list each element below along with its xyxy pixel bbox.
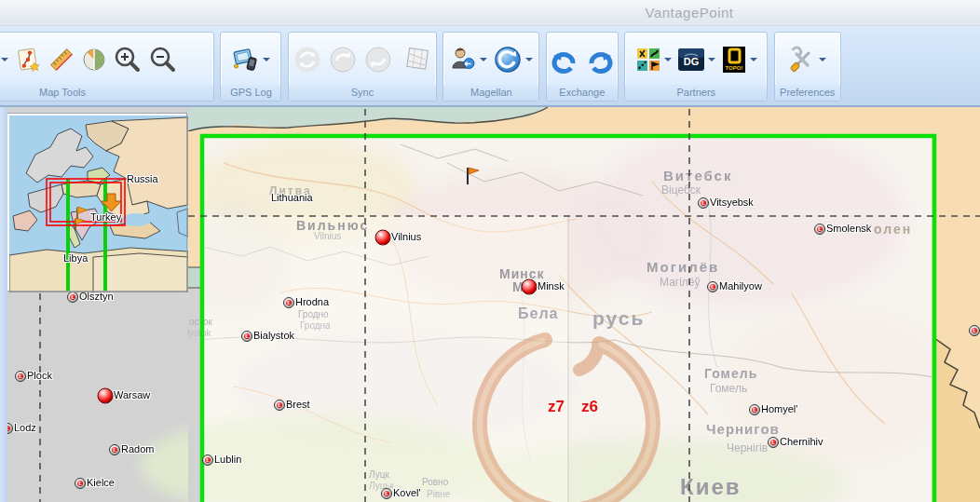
group-label-partners: Partners: [625, 85, 767, 101]
marker-label: Radom: [121, 444, 154, 455]
zoom-out-button[interactable]: [145, 39, 181, 80]
area-tool-button[interactable]: [78, 39, 110, 80]
magellan-refresh-button[interactable]: [490, 39, 536, 80]
marker-ball-icon: [98, 388, 114, 404]
partner-geocaching-button[interactable]: [633, 39, 674, 80]
marker-ball-icon: L: [749, 404, 760, 415]
marker-label: Plock: [27, 371, 52, 381]
titlebar: VantagePoint: [0, 0, 980, 26]
sync-upload-icon: [328, 45, 358, 75]
marker-label: Bialystok: [253, 331, 294, 341]
area-pie-icon: [81, 47, 107, 73]
caret-down-icon: [819, 58, 826, 61]
sync-map-button[interactable]: [402, 39, 435, 80]
arrow-left-curve-icon: [550, 45, 579, 75]
sync-download-icon: [363, 45, 393, 75]
marker-ball-icon: L: [109, 444, 120, 455]
overview-map-art: [9, 115, 188, 292]
partner-topo-button[interactable]: TOPO!: [718, 39, 760, 80]
toolbar-ribbon: Map Tools: [0, 26, 980, 107]
overview-map[interactable]: RussiaTurkeyLibya: [7, 114, 186, 291]
waypoint-tool-button[interactable]: [0, 39, 11, 80]
route-icon: [14, 46, 42, 74]
marker-ball-icon: L: [241, 331, 252, 342]
marker-label: Kovel': [393, 488, 421, 498]
partner-dg-button[interactable]: DG: [674, 39, 718, 80]
marker-label: Vitsyebsk: [710, 197, 754, 208]
marker-ball-icon: L: [707, 281, 718, 292]
exchange-receive-button[interactable]: [547, 39, 582, 80]
marker-label: Mahilyow: [719, 281, 762, 292]
sync-both-icon: [293, 45, 322, 75]
marker-label: Minsk: [538, 281, 565, 292]
caret-down-icon: [263, 58, 270, 61]
marker-ball-icon: L: [768, 437, 779, 448]
window-title: VantagePoint: [615, 5, 764, 20]
marker-ball-icon: L: [283, 297, 294, 308]
measure-tool-button[interactable]: [45, 39, 78, 80]
group-map-tools: Map Tools: [0, 32, 214, 102]
caret-down-icon: [525, 58, 533, 61]
caret-down-icon: [1, 58, 8, 61]
marker-ball-icon: [375, 230, 391, 246]
flag-marker[interactable]: [465, 166, 482, 186]
group-partners: DG TOPO! Partners: [624, 32, 768, 102]
marker-label: Smolensk: [826, 224, 871, 234]
marker-label: Lodz: [14, 423, 36, 433]
marker-ball-icon: L: [15, 371, 26, 382]
marker-ball-icon: [522, 279, 538, 295]
marker-ball-icon: L: [969, 325, 980, 336]
zoom-in-icon: [113, 45, 143, 75]
zoom-in-button[interactable]: [110, 39, 145, 80]
refresh-icon: [493, 45, 523, 75]
route-tool-button[interactable]: [11, 39, 45, 80]
magellan-user-button[interactable]: [446, 39, 490, 80]
map-sheet-icon: [404, 46, 432, 74]
group-label-preferences: Preferences: [775, 85, 840, 101]
marker-label: Kielce: [87, 478, 115, 488]
preferences-button[interactable]: [785, 39, 829, 80]
marker-ball-icon: L: [698, 197, 709, 209]
sync-upload-button[interactable]: [325, 39, 361, 80]
group-label-gps-log: GPS Log: [221, 85, 280, 101]
caret-down-icon: [480, 58, 487, 61]
group-gps-log: GPS Log: [220, 32, 281, 102]
marker-ball-icon: L: [202, 455, 213, 466]
marker-label: Brest: [286, 400, 310, 410]
overview-label: Libya: [63, 253, 88, 264]
map-pane[interactable]: ВильнюсVilniusМинскМВитебскВіцебскМогилё…: [0, 107, 980, 502]
topo-logo-icon: TOPO!: [721, 47, 747, 73]
marker-ball-icon: L: [75, 478, 86, 489]
caret-down-icon: [750, 58, 757, 61]
exchange-send-button[interactable]: [582, 39, 618, 80]
gps-device-icon: [232, 46, 260, 74]
group-label-map-tools: Map Tools: [0, 85, 213, 101]
tools-icon: [788, 46, 816, 74]
gps-log-button[interactable]: [229, 39, 273, 80]
marker-ball-icon: L: [381, 488, 392, 499]
group-exchange: Exchange: [546, 32, 619, 102]
svg-text:DG: DG: [684, 56, 700, 67]
dg-logo-icon: DG: [677, 47, 705, 73]
sync-both-button[interactable]: [290, 39, 325, 80]
group-sync: Sync: [288, 32, 437, 102]
group-label-exchange: Exchange: [547, 85, 618, 101]
group-label-magellan: Magellan: [443, 85, 538, 101]
window-edge-strip: [0, 107, 7, 502]
group-magellan: Magellan: [442, 32, 539, 102]
geocaching-grid-icon: [635, 47, 661, 73]
zoom-out-icon: [148, 45, 178, 75]
group-label-sync: Sync: [289, 85, 436, 101]
svg-text:TOPO!: TOPO!: [725, 65, 742, 71]
marker-label: Lublin: [214, 455, 241, 465]
vantagepoint-window: VantagePoint: [0, 0, 980, 502]
marker-label: Hrodna: [295, 297, 329, 307]
ruler-icon: [48, 46, 75, 74]
marker-label: Homyel': [761, 404, 797, 414]
overview-label: Turkey: [90, 212, 121, 223]
user-sync-icon: [449, 46, 477, 74]
sync-download-button[interactable]: [361, 39, 396, 80]
marker-ball-icon: L: [814, 224, 825, 235]
marker-label: Warsaw: [114, 390, 150, 400]
marker-label: Vilnius: [391, 232, 421, 242]
